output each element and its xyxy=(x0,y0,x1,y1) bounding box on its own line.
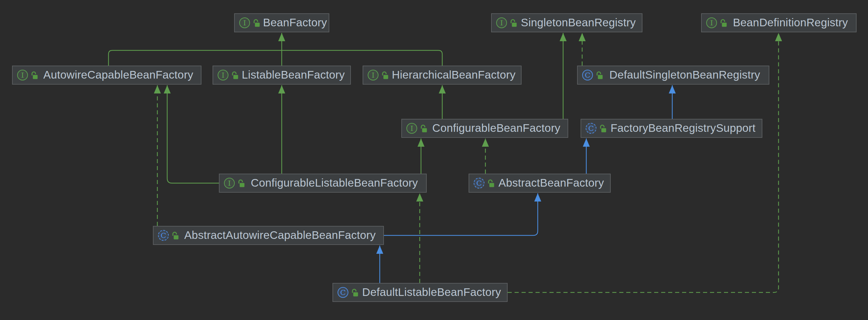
interface-icon: I xyxy=(706,17,717,28)
node-listableBeanFactory[interactable]: I ListableBeanFactory xyxy=(213,66,351,84)
node-label: ConfigurableListableBeanFactory xyxy=(245,176,426,190)
node-singletonBeanRegistry[interactable]: I SingletonBeanRegistry xyxy=(491,13,643,32)
public-visibility-lock-icon xyxy=(510,19,518,27)
public-visibility-lock-icon xyxy=(596,71,603,79)
interface-icon: I xyxy=(368,70,378,80)
abstract-class-icon: C xyxy=(586,123,596,134)
node-defaultListableBeanFactory[interactable]: C DefaultListableBeanFactory xyxy=(333,283,507,302)
node-autowireCapableBeanFactory[interactable]: I AutowireCapableBeanFactory xyxy=(12,66,202,84)
interface-icon: I xyxy=(239,17,250,28)
node-label: SingletonBeanRegistry xyxy=(518,16,642,30)
node-label: HierarchicalBeanFactory xyxy=(389,68,521,82)
interface-icon: I xyxy=(218,70,228,80)
node-label: DefaultListableBeanFactory xyxy=(359,286,507,299)
abstract-class-icon: C xyxy=(158,230,169,241)
node-defaultSingletonBeanRegistry[interactable]: C DefaultSingletonBeanRegistry xyxy=(577,66,769,84)
public-visibility-lock-icon xyxy=(231,71,239,79)
abstract-class-icon: C xyxy=(474,178,485,188)
class-icon: C xyxy=(582,70,593,80)
public-visibility-lock-icon xyxy=(381,71,389,79)
node-beanDefinitionRegistry[interactable]: I BeanDefinitionRegistry xyxy=(701,13,857,32)
edges-layer xyxy=(0,0,868,320)
node-label: AbstractBeanFactory xyxy=(495,176,610,190)
class-icon: C xyxy=(338,287,348,298)
interface-icon: I xyxy=(496,17,507,28)
node-label: BeanDefinitionRegistry xyxy=(727,16,856,30)
public-visibility-lock-icon xyxy=(420,124,428,133)
public-visibility-lock-icon xyxy=(238,179,245,187)
node-factoryBeanRegistrySupport[interactable]: C FactoryBeanRegistrySupport xyxy=(581,119,762,138)
node-label: DefaultSingletonBeanRegistry xyxy=(603,68,769,82)
node-label: AutowireCapableBeanFactory xyxy=(38,68,201,82)
public-visibility-lock-icon xyxy=(351,288,359,297)
node-label: AbstractAutowireCapableBeanFactory xyxy=(179,229,383,242)
uml-diagram-canvas[interactable]: I BeanFactory I SingletonBeanRegistry I … xyxy=(0,0,868,320)
node-hierarchicalBeanFactory[interactable]: I HierarchicalBeanFactory xyxy=(363,66,522,84)
node-configurableListableBeanFactory[interactable]: I ConfigurableListableBeanFactory xyxy=(219,174,427,192)
node-label: FactoryBeanRegistrySupport xyxy=(607,122,762,135)
public-visibility-lock-icon xyxy=(253,19,260,27)
public-visibility-lock-icon xyxy=(31,71,38,79)
public-visibility-lock-icon xyxy=(172,231,179,240)
edge-branch-bus-beanFactory-children xyxy=(108,50,442,66)
public-visibility-lock-icon xyxy=(487,179,495,187)
node-abstractBeanFactory[interactable]: C AbstractBeanFactory xyxy=(469,174,611,192)
node-abstractAutowireCapableBeanFactory[interactable]: C AbstractAutowireCapableBeanFactory xyxy=(153,226,384,245)
interface-icon: I xyxy=(17,70,28,80)
public-visibility-lock-icon xyxy=(720,19,727,27)
node-label: ListableBeanFactory xyxy=(239,68,350,82)
node-label: ConfigurableBeanFactory xyxy=(428,122,567,135)
edge-abstractAutowireCapableBeanFactory-abstractBeanFactory xyxy=(384,193,538,236)
interface-icon: I xyxy=(224,178,235,188)
node-beanFactory[interactable]: I BeanFactory xyxy=(234,13,329,32)
node-configurableBeanFactory[interactable]: I ConfigurableBeanFactory xyxy=(401,119,568,138)
edge-configurableListableBeanFactory-autowireCapableBeanFactory xyxy=(167,85,219,183)
public-visibility-lock-icon xyxy=(599,124,607,133)
node-label: BeanFactory xyxy=(260,16,332,30)
interface-icon: I xyxy=(406,123,417,134)
